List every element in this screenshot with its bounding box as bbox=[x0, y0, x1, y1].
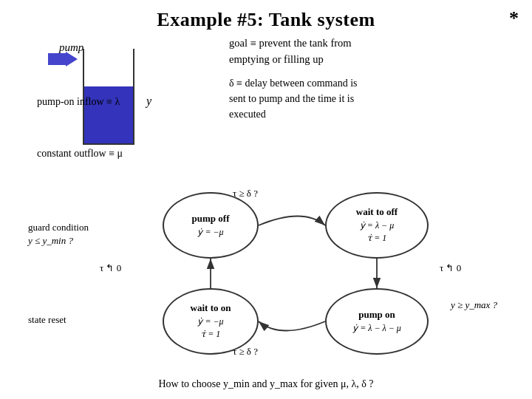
pump-on-state: pump on ẏ = λ − λ − μ bbox=[325, 288, 429, 355]
transition-tau-delta-top: τ ≥ δ ? bbox=[233, 188, 258, 200]
asterisk-marker: * bbox=[509, 7, 519, 30]
pump-rect-icon bbox=[48, 53, 66, 65]
wait-off-label: wait to off bbox=[356, 206, 398, 218]
state-reset-label: state reset bbox=[28, 314, 66, 326]
pump-off-state: pump off ẏ = −μ bbox=[163, 192, 259, 259]
delta-line2: sent to pump and the time it is bbox=[229, 91, 495, 106]
page-title: Example #5: Tank system bbox=[0, 0, 532, 31]
transition-arrows bbox=[15, 185, 517, 377]
goal-line2: emptying or filling up bbox=[229, 52, 495, 68]
goal-line1: goal ≡ prevent the tank from bbox=[229, 35, 495, 52]
transition-tau-reset-left: τ ↰ 0 bbox=[100, 262, 121, 274]
inflow-label: pump-on inflow ≡ λ bbox=[37, 96, 120, 108]
transition-tau-delta-bottom: τ ≥ δ ? bbox=[233, 346, 258, 358]
state-diagram: pump off ẏ = −μ wait to off ẏ = λ − μ τ̇… bbox=[15, 185, 517, 377]
pump-off-label: pump off bbox=[192, 213, 230, 225]
wait-off-eq1: ẏ = λ − μ bbox=[360, 219, 394, 232]
wait-on-state: wait to on ẏ = −μ τ̇ = 1 bbox=[163, 288, 259, 355]
wait-on-eq1: ẏ = −μ bbox=[197, 316, 223, 328]
transition-tau-reset-right: τ ↰ 0 bbox=[440, 262, 461, 274]
pump-off-eq: ẏ = −μ bbox=[197, 226, 223, 239]
tank-diagram: pump y pump-on inflow ≡ λ constant outfl… bbox=[37, 35, 200, 176]
delta-line3: executed bbox=[229, 106, 495, 122]
pump-on-label: pump on bbox=[358, 309, 395, 321]
wait-on-label: wait to on bbox=[191, 302, 231, 314]
guard-condition-label: guard condition bbox=[28, 222, 89, 233]
delta-line1: δ ≡ delay between command is bbox=[229, 75, 495, 91]
delta-area: δ ≡ delay between command is sent to pum… bbox=[229, 75, 495, 122]
pump-on-eq1: ẏ = λ − λ − μ bbox=[352, 322, 401, 335]
goal-area: goal ≡ prevent the tank from emptying or… bbox=[229, 35, 495, 68]
guard-condition-expr: y ≤ y_min ? bbox=[28, 235, 73, 247]
pump-triangle-icon bbox=[66, 52, 78, 66]
y-variable-label: y bbox=[146, 95, 151, 108]
pump-body bbox=[48, 52, 78, 66]
ymax-condition: y ≥ y_max ? bbox=[451, 299, 497, 311]
wait-off-eq2: τ̇ = 1 bbox=[367, 232, 387, 245]
wait-on-eq2: τ̇ = 1 bbox=[201, 328, 221, 341]
outflow-label: constant outflow ≡ μ bbox=[37, 148, 123, 160]
tank-water bbox=[84, 86, 133, 143]
bottom-question: How to choose y_min and y_max for given … bbox=[158, 378, 373, 390]
wait-off-state: wait to off ẏ = λ − μ τ̇ = 1 bbox=[325, 192, 429, 259]
